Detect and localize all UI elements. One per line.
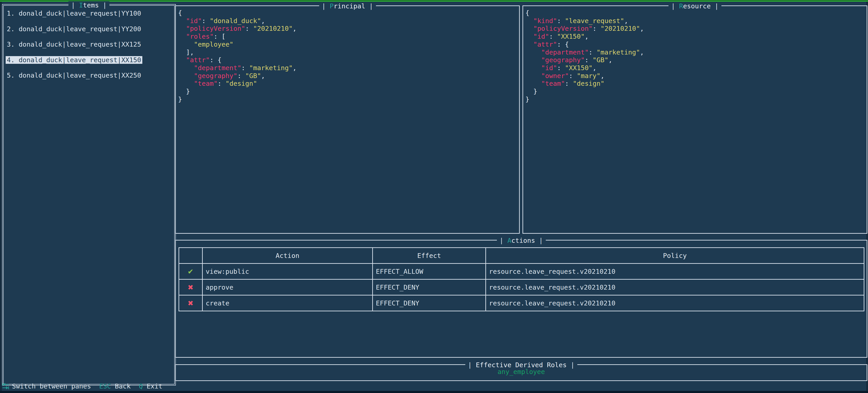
list-item[interactable]: 2. donald_duck|leave_request|YY200 xyxy=(7,25,141,33)
principal-json: { "id": "donald_duck", "policyVersion": … xyxy=(176,6,519,103)
list-item[interactable]: 5. donald_duck|leave_request|XX250 xyxy=(7,71,141,79)
tab-switch-icon xyxy=(2,383,9,390)
action-cell: view:public xyxy=(203,264,373,279)
principal-pane[interactable]: | Principal | { "id": "donald_duck", "po… xyxy=(175,5,520,234)
policy-column-header: Policy xyxy=(486,248,864,264)
actions-table-header-row: Action Effect Policy xyxy=(179,248,864,264)
policy-cell: resource.leave_request.v20210210 xyxy=(486,295,864,311)
table-row: ✖createEFFECT_DENYresource.leave_request… xyxy=(179,295,864,311)
resource-json: { "kind": "leave_request", "policyVersio… xyxy=(523,6,867,103)
window-active-indicator-line xyxy=(0,0,868,2)
status-cell: ✔ xyxy=(179,264,203,279)
status-hint-label: Exit xyxy=(147,382,162,390)
status-hint: Switch between panes xyxy=(2,382,91,390)
derived-roles-value: any_employee xyxy=(176,368,867,375)
table-row: ✔view:publicEFFECT_ALLOWresource.leave_r… xyxy=(179,264,864,279)
action-cell: approve xyxy=(203,279,373,295)
cross-icon: ✖ xyxy=(188,283,193,292)
check-icon: ✔ xyxy=(188,267,193,276)
window-left-edge xyxy=(0,2,2,391)
terminal-screen: | Items | 1. donald_duck|leave_request|Y… xyxy=(0,0,868,393)
effect-column-header: Effect xyxy=(373,248,486,264)
selected-list-item-highlight: 4. donald_duck|leave_request|XX150 xyxy=(6,56,142,64)
list-item[interactable]: 1. donald_duck|leave_request|YY100 xyxy=(7,9,141,17)
status-hint-key: ESC xyxy=(99,382,111,390)
status-hint-label: Switch between panes xyxy=(12,382,91,390)
effect-cell: EFFECT_DENY xyxy=(373,295,486,311)
actions-table: Action Effect Policy ✔view:publicEFFECT_… xyxy=(179,247,864,311)
status-cell: ✖ xyxy=(179,279,203,295)
list-item[interactable]: 4. donald_duck|leave_request|XX150 xyxy=(7,56,142,64)
items-pane[interactable]: | Items | 1. donald_duck|leave_request|Y… xyxy=(2,4,176,386)
policy-cell: resource.leave_request.v20210210 xyxy=(486,279,864,295)
status-hint: ESCBack xyxy=(99,382,130,390)
effect-cell: EFFECT_DENY xyxy=(373,279,486,295)
status-hint-key: Q xyxy=(139,382,143,390)
status-hint: QExit xyxy=(139,382,162,390)
window-bottom-edge xyxy=(0,391,868,393)
actions-pane[interactable]: | Actions | Action Effect Policy ✔view:p… xyxy=(175,240,867,358)
effective-derived-roles-pane: | Effective Derived Roles | any_employee xyxy=(175,364,867,381)
action-cell: create xyxy=(203,295,373,311)
status-hint-label: Back xyxy=(115,382,131,390)
items-pane-title: | Items | xyxy=(68,1,109,9)
principal-pane-title: | Principal | xyxy=(319,2,376,10)
table-row: ✖approveEFFECT_DENYresource.leave_reques… xyxy=(179,279,864,295)
effect-cell: EFFECT_ALLOW xyxy=(373,264,486,279)
cross-icon: ✖ xyxy=(188,299,193,307)
policy-cell: resource.leave_request.v20210210 xyxy=(486,264,864,279)
action-column-header: Action xyxy=(203,248,373,264)
list-item[interactable]: 3. donald_duck|leave_request|XX125 xyxy=(7,40,141,48)
status-column-header xyxy=(179,248,203,264)
resource-pane-title: | Resource | xyxy=(669,2,721,10)
status-cell: ✖ xyxy=(179,295,203,311)
actions-pane-title: | Actions | xyxy=(497,236,546,245)
resource-pane[interactable]: | Resource | { "kind": "leave_request", … xyxy=(523,5,867,234)
status-bar: Switch between panesESCBackQExit xyxy=(2,382,162,390)
